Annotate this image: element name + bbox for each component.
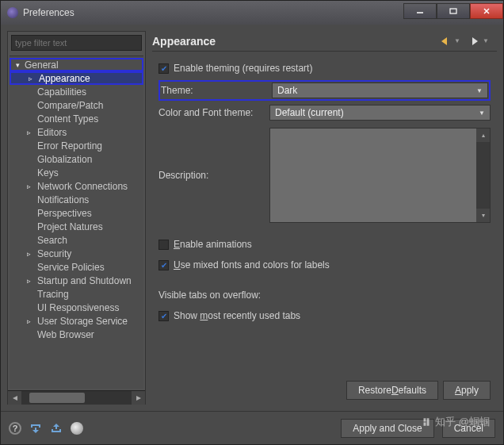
- tree-item[interactable]: Service Policies: [10, 260, 143, 274]
- tree-item-label: Service Policies: [37, 262, 105, 273]
- tree-item-label: Keys: [37, 167, 59, 178]
- tree-item-label: Notifications: [37, 194, 89, 205]
- content-area: ✔ Enable theming (requires restart) Them…: [152, 52, 497, 405]
- export-icon[interactable]: [50, 422, 63, 435]
- tree-item-label: Search: [37, 235, 67, 246]
- tree-item-label: Network Connections: [37, 181, 128, 192]
- scroll-up-icon[interactable]: ▴: [476, 129, 490, 142]
- enable-animations-checkbox[interactable]: [158, 240, 169, 250]
- app-icon: [7, 7, 18, 18]
- filter-container: [11, 35, 142, 51]
- nav-back-button[interactable]: [438, 34, 452, 48]
- tree-item[interactable]: ▹Editors: [10, 125, 143, 139]
- preference-tree[interactable]: ▾General▹AppearanceCapabilitiesCompare/P…: [10, 56, 143, 389]
- description-textarea[interactable]: ▴ ▾: [269, 128, 491, 223]
- colorfont-combo[interactable]: Default (current) ▼: [269, 105, 491, 121]
- tree-item[interactable]: Error Reporting: [10, 139, 143, 152]
- minimize-button[interactable]: [403, 3, 437, 19]
- chevron-down-icon: ▼: [476, 87, 483, 94]
- footer: ? Apply and Close Cancel 知乎 @蝈蝈: [1, 411, 503, 444]
- tree-item-label: Error Reporting: [37, 140, 102, 152]
- chevron-down-icon: ▼: [479, 109, 485, 117]
- mixed-fonts-label: Use mixed fonts and colors for labels: [174, 259, 330, 270]
- tree-item[interactable]: Project Natures: [10, 220, 143, 233]
- scroll-thumb[interactable]: [29, 393, 85, 403]
- tree-item-label: Content Types: [37, 113, 98, 125]
- tree-item[interactable]: Search: [10, 233, 143, 247]
- main-header: Appearance ▼ ▼: [152, 31, 497, 52]
- tree-item[interactable]: Web Browser: [10, 328, 143, 341]
- tree-item[interactable]: ▹Security: [10, 247, 143, 260]
- tree-item[interactable]: ▹User Storage Service: [10, 314, 143, 328]
- tree-item[interactable]: UI Responsiveness: [10, 301, 143, 314]
- restore-defaults-button[interactable]: Restore Defaults: [346, 381, 438, 400]
- tree-item[interactable]: Perspectives: [10, 206, 143, 220]
- apply-button[interactable]: Apply: [443, 381, 491, 400]
- expander-icon[interactable]: ▾: [14, 61, 21, 69]
- tree-item[interactable]: Capabilities: [10, 85, 143, 98]
- tree-item[interactable]: Keys: [10, 166, 143, 179]
- tree-item[interactable]: Globalization: [10, 152, 143, 166]
- oomph-icon[interactable]: [71, 422, 83, 435]
- tree-item-label: Security: [37, 248, 71, 259]
- expander-icon[interactable]: ▹: [27, 75, 34, 82]
- tree-item-label: Globalization: [37, 154, 92, 165]
- theme-combo[interactable]: Dark ▼: [272, 82, 488, 98]
- tree-item-label: Appearance: [39, 73, 90, 84]
- import-icon[interactable]: [29, 422, 42, 435]
- help-icon[interactable]: ?: [9, 422, 21, 435]
- scroll-right-icon[interactable]: ▸: [132, 391, 145, 405]
- svg-rect-1: [450, 9, 456, 13]
- scroll-left-icon[interactable]: ◂: [8, 391, 21, 405]
- tree-item[interactable]: ▹Network Connections: [10, 179, 143, 193]
- description-label: Description:: [158, 170, 269, 181]
- tree-item[interactable]: Content Types: [10, 112, 143, 125]
- tree-item-label: Perspectives: [37, 208, 92, 219]
- visible-tabs-label: Visible tabs on overflow:: [158, 290, 261, 301]
- enable-theming-label: Enable theming (requires restart): [174, 63, 312, 74]
- colorfont-label: Color and Font theme:: [158, 107, 269, 118]
- desc-vscrollbar[interactable]: ▴ ▾: [476, 129, 490, 222]
- theme-row: Theme: Dark ▼: [158, 80, 491, 101]
- titlebar[interactable]: Preferences: [1, 1, 503, 25]
- expander-icon[interactable]: ▹: [25, 182, 32, 190]
- tree-item[interactable]: Notifications: [10, 193, 143, 206]
- tree-item[interactable]: ▾General: [10, 58, 143, 71]
- nav-forward-button[interactable]: [467, 34, 481, 48]
- cancel-button[interactable]: Cancel: [442, 419, 495, 438]
- maximize-button[interactable]: [437, 3, 470, 19]
- main-panel: Appearance ▼ ▼ ✔ Enable theming (require…: [152, 31, 497, 405]
- nav-forward-menu[interactable]: ▼: [483, 37, 489, 44]
- close-button[interactable]: [470, 3, 503, 19]
- page-title: Appearance: [152, 35, 437, 48]
- window-title: Preferences: [23, 7, 403, 18]
- scroll-down-icon[interactable]: ▾: [476, 209, 490, 222]
- tree-item-label: User Storage Service: [37, 316, 128, 327]
- tree-item-label: General: [25, 59, 59, 71]
- tree-item[interactable]: Compare/Patch: [10, 98, 143, 112]
- nav-back-menu[interactable]: ▼: [454, 37, 460, 44]
- apply-and-close-button[interactable]: Apply and Close: [341, 419, 433, 438]
- mixed-fonts-checkbox[interactable]: ✔: [158, 260, 169, 270]
- expander-icon[interactable]: ▹: [25, 129, 32, 136]
- enable-theming-checkbox[interactable]: ✔: [158, 63, 169, 74]
- tree-item-label: Project Natures: [37, 221, 103, 232]
- expander-icon[interactable]: ▹: [25, 317, 32, 325]
- tree-item[interactable]: ▹Startup and Shutdown: [10, 274, 143, 287]
- tree-item[interactable]: ▹Appearance: [10, 71, 143, 85]
- theme-value: Dark: [277, 85, 297, 96]
- scroll-track[interactable]: [21, 391, 132, 405]
- tree-item-label: Tracing: [37, 289, 69, 300]
- tree-item[interactable]: Tracing: [10, 287, 143, 301]
- tree-item-label: Startup and Shutdown: [37, 275, 132, 286]
- tree-item-label: Editors: [37, 127, 67, 138]
- sidebar-hscrollbar[interactable]: ◂ ▸: [8, 390, 145, 404]
- theme-label: Theme:: [161, 85, 272, 96]
- filter-input[interactable]: [11, 35, 142, 51]
- preferences-window: Preferences ▾General▹AppearanceCapabilit…: [0, 0, 504, 445]
- tree-item-label: UI Responsiveness: [37, 302, 119, 313]
- sidebar: ▾General▹AppearanceCapabilitiesCompare/P…: [7, 31, 146, 405]
- expander-icon[interactable]: ▹: [25, 250, 32, 258]
- show-mru-checkbox[interactable]: ✔: [158, 311, 169, 321]
- expander-icon[interactable]: ▹: [25, 277, 32, 285]
